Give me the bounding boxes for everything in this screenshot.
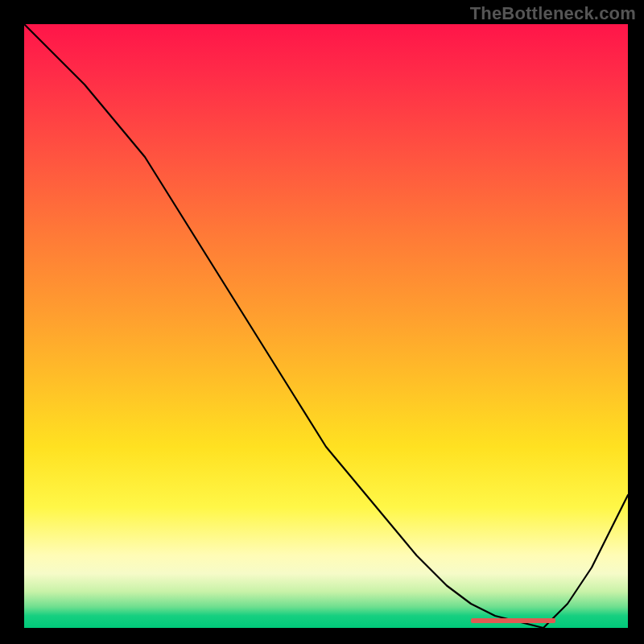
minimum-band-marker [471,618,555,623]
chart-frame: TheBottleneck.com [0,0,644,644]
bottleneck-curve-path [24,24,628,628]
plot-area [24,24,628,628]
curve-svg [24,24,628,628]
attribution-text: TheBottleneck.com [470,3,636,24]
